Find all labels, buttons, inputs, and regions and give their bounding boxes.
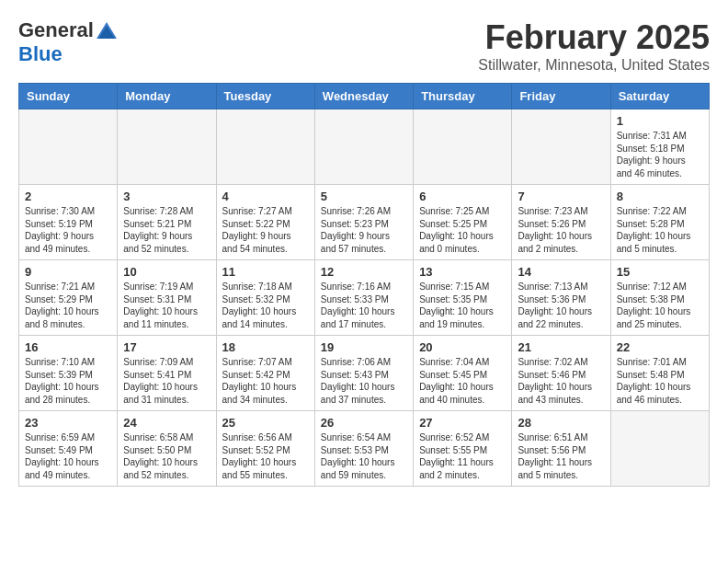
day-info: Sunrise: 6:56 AM Sunset: 5:52 PM Dayligh… <box>222 431 309 481</box>
calendar-cell: 12Sunrise: 7:16 AM Sunset: 5:33 PM Dayli… <box>314 260 413 336</box>
day-number: 16 <box>25 340 111 354</box>
column-header-wednesday: Wednesday <box>314 84 413 109</box>
calendar-cell: 23Sunrise: 6:59 AM Sunset: 5:49 PM Dayli… <box>19 411 118 487</box>
day-info: Sunrise: 7:25 AM Sunset: 5:25 PM Dayligh… <box>419 205 506 255</box>
calendar-cell <box>216 109 314 185</box>
day-info: Sunrise: 6:51 AM Sunset: 5:56 PM Dayligh… <box>518 431 604 481</box>
calendar-cell: 8Sunrise: 7:22 AM Sunset: 5:28 PM Daylig… <box>610 185 709 260</box>
day-info: Sunrise: 7:12 AM Sunset: 5:38 PM Dayligh… <box>617 281 703 330</box>
day-number: 28 <box>518 416 604 430</box>
day-number: 25 <box>222 416 309 430</box>
day-number: 7 <box>518 190 604 203</box>
calendar-cell: 11Sunrise: 7:18 AM Sunset: 5:32 PM Dayli… <box>216 260 314 336</box>
calendar: SundayMondayTuesdayWednesdayThursdayFrid… <box>18 83 710 487</box>
calendar-cell: 22Sunrise: 7:01 AM Sunset: 5:48 PM Dayli… <box>610 336 709 411</box>
day-number: 18 <box>222 340 309 354</box>
calendar-cell: 7Sunrise: 7:23 AM Sunset: 5:26 PM Daylig… <box>512 185 610 260</box>
column-header-tuesday: Tuesday <box>216 84 314 109</box>
header: General Blue February 2025 Stillwater, M… <box>18 18 710 74</box>
calendar-cell <box>118 109 216 185</box>
day-info: Sunrise: 7:01 AM Sunset: 5:48 PM Dayligh… <box>617 356 703 406</box>
month-title: February 2025 <box>478 18 710 57</box>
calendar-week-row: 2Sunrise: 7:30 AM Sunset: 5:19 PM Daylig… <box>19 185 710 260</box>
column-header-thursday: Thursday <box>414 84 512 109</box>
day-number: 21 <box>518 340 604 354</box>
day-info: Sunrise: 7:06 AM Sunset: 5:43 PM Dayligh… <box>321 356 407 406</box>
day-info: Sunrise: 7:18 AM Sunset: 5:32 PM Dayligh… <box>222 281 309 330</box>
day-number: 20 <box>419 340 506 354</box>
calendar-cell <box>314 109 413 185</box>
calendar-cell: 10Sunrise: 7:19 AM Sunset: 5:31 PM Dayli… <box>118 260 216 336</box>
day-info: Sunrise: 7:15 AM Sunset: 5:35 PM Dayligh… <box>419 281 506 330</box>
day-number: 11 <box>222 265 309 279</box>
day-info: Sunrise: 7:31 AM Sunset: 5:18 PM Dayligh… <box>617 130 703 179</box>
day-info: Sunrise: 7:13 AM Sunset: 5:36 PM Dayligh… <box>518 281 604 330</box>
day-number: 19 <box>321 340 407 354</box>
calendar-cell: 4Sunrise: 7:27 AM Sunset: 5:22 PM Daylig… <box>216 185 314 260</box>
calendar-cell: 1Sunrise: 7:31 AM Sunset: 5:18 PM Daylig… <box>610 109 709 185</box>
calendar-week-row: 23Sunrise: 6:59 AM Sunset: 5:49 PM Dayli… <box>19 411 710 487</box>
calendar-cell: 18Sunrise: 7:07 AM Sunset: 5:42 PM Dayli… <box>216 336 314 411</box>
day-number: 17 <box>123 340 210 354</box>
calendar-cell: 5Sunrise: 7:26 AM Sunset: 5:23 PM Daylig… <box>314 185 413 260</box>
calendar-cell: 6Sunrise: 7:25 AM Sunset: 5:25 PM Daylig… <box>414 185 512 260</box>
calendar-week-row: 1Sunrise: 7:31 AM Sunset: 5:18 PM Daylig… <box>19 109 710 185</box>
calendar-cell <box>19 109 118 185</box>
calendar-cell: 28Sunrise: 6:51 AM Sunset: 5:56 PM Dayli… <box>512 411 610 487</box>
calendar-cell: 16Sunrise: 7:10 AM Sunset: 5:39 PM Dayli… <box>19 336 118 411</box>
calendar-cell <box>610 411 709 487</box>
calendar-cell: 17Sunrise: 7:09 AM Sunset: 5:41 PM Dayli… <box>118 336 216 411</box>
column-header-sunday: Sunday <box>19 84 118 109</box>
day-number: 3 <box>123 190 210 203</box>
day-info: Sunrise: 7:30 AM Sunset: 5:19 PM Dayligh… <box>25 205 111 255</box>
day-number: 13 <box>419 265 506 279</box>
calendar-cell: 14Sunrise: 7:13 AM Sunset: 5:36 PM Dayli… <box>512 260 610 336</box>
day-info: Sunrise: 7:27 AM Sunset: 5:22 PM Dayligh… <box>222 205 309 255</box>
calendar-cell: 2Sunrise: 7:30 AM Sunset: 5:19 PM Daylig… <box>19 185 118 260</box>
column-header-monday: Monday <box>118 84 216 109</box>
day-info: Sunrise: 7:09 AM Sunset: 5:41 PM Dayligh… <box>123 356 210 406</box>
calendar-cell <box>414 109 512 185</box>
day-info: Sunrise: 7:16 AM Sunset: 5:33 PM Dayligh… <box>321 281 407 330</box>
day-number: 10 <box>123 265 210 279</box>
calendar-cell: 3Sunrise: 7:28 AM Sunset: 5:21 PM Daylig… <box>118 185 216 260</box>
day-info: Sunrise: 7:19 AM Sunset: 5:31 PM Dayligh… <box>123 281 210 330</box>
day-info: Sunrise: 6:54 AM Sunset: 5:53 PM Dayligh… <box>321 431 407 481</box>
logo-icon <box>97 22 117 39</box>
day-number: 5 <box>321 190 407 203</box>
logo: General Blue <box>18 18 117 66</box>
day-info: Sunrise: 7:26 AM Sunset: 5:23 PM Dayligh… <box>321 205 407 255</box>
day-number: 24 <box>123 416 210 430</box>
calendar-cell: 25Sunrise: 6:56 AM Sunset: 5:52 PM Dayli… <box>216 411 314 487</box>
calendar-cell <box>512 109 610 185</box>
day-number: 2 <box>25 190 111 203</box>
logo-blue-text: Blue <box>18 42 63 66</box>
day-info: Sunrise: 7:21 AM Sunset: 5:29 PM Dayligh… <box>25 281 111 330</box>
calendar-cell: 21Sunrise: 7:02 AM Sunset: 5:46 PM Dayli… <box>512 336 610 411</box>
calendar-week-row: 9Sunrise: 7:21 AM Sunset: 5:29 PM Daylig… <box>19 260 710 336</box>
day-number: 12 <box>321 265 407 279</box>
calendar-week-row: 16Sunrise: 7:10 AM Sunset: 5:39 PM Dayli… <box>19 336 710 411</box>
day-number: 23 <box>25 416 111 430</box>
day-info: Sunrise: 7:04 AM Sunset: 5:45 PM Dayligh… <box>419 356 506 406</box>
calendar-cell: 26Sunrise: 6:54 AM Sunset: 5:53 PM Dayli… <box>314 411 413 487</box>
calendar-header-row: SundayMondayTuesdayWednesdayThursdayFrid… <box>19 84 710 109</box>
calendar-cell: 19Sunrise: 7:06 AM Sunset: 5:43 PM Dayli… <box>314 336 413 411</box>
calendar-cell: 27Sunrise: 6:52 AM Sunset: 5:55 PM Dayli… <box>414 411 512 487</box>
location: Stillwater, Minnesota, United States <box>478 57 710 74</box>
day-info: Sunrise: 7:10 AM Sunset: 5:39 PM Dayligh… <box>25 356 111 406</box>
calendar-cell: 13Sunrise: 7:15 AM Sunset: 5:35 PM Dayli… <box>414 260 512 336</box>
title-block: February 2025 Stillwater, Minnesota, Uni… <box>478 18 710 74</box>
logo-general-text: General <box>18 18 94 42</box>
day-number: 9 <box>25 265 111 279</box>
day-number: 15 <box>617 265 703 279</box>
day-number: 4 <box>222 190 309 203</box>
day-info: Sunrise: 7:02 AM Sunset: 5:46 PM Dayligh… <box>518 356 604 406</box>
day-info: Sunrise: 6:58 AM Sunset: 5:50 PM Dayligh… <box>123 431 210 481</box>
day-number: 27 <box>419 416 506 430</box>
day-info: Sunrise: 7:07 AM Sunset: 5:42 PM Dayligh… <box>222 356 309 406</box>
day-number: 22 <box>617 340 703 354</box>
day-number: 26 <box>321 416 407 430</box>
column-header-friday: Friday <box>512 84 610 109</box>
day-info: Sunrise: 6:59 AM Sunset: 5:49 PM Dayligh… <box>25 431 111 481</box>
